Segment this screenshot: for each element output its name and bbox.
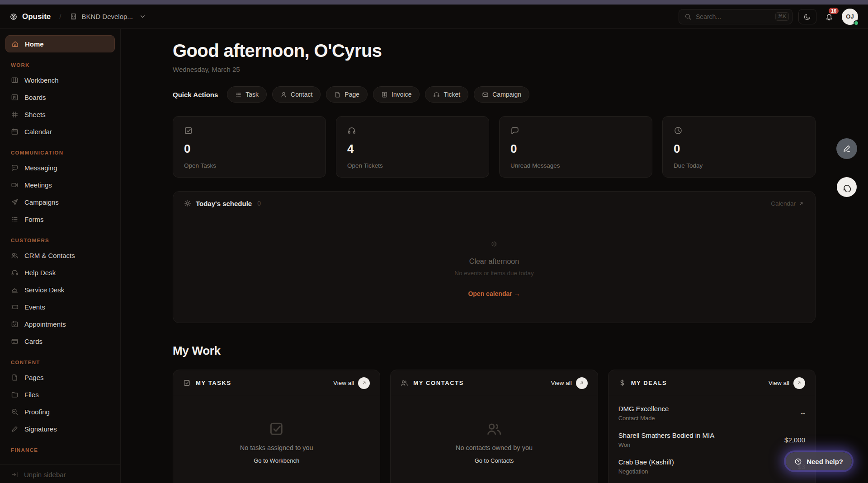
quick-action-contact[interactable]: Contact xyxy=(272,86,321,103)
topbar: Opusite / BKND Develop... ⌘K 16 OJ xyxy=(0,5,868,29)
unpin-sidebar-button[interactable]: Unpin sidebar xyxy=(11,471,109,478)
open-calendar-link[interactable]: Open calendar → xyxy=(468,290,520,297)
chat-button[interactable] xyxy=(837,177,857,197)
view-all-link[interactable]: View all xyxy=(333,377,370,389)
empty-state-title: Clear afternoon xyxy=(469,258,519,266)
headset-icon xyxy=(347,126,356,135)
sidebar-item-label: Proofing xyxy=(24,408,50,416)
sidebar-item-label: Boards xyxy=(24,94,46,101)
quick-action-campaign[interactable]: Campaign xyxy=(474,86,529,103)
sidebar-item-pages[interactable]: Pages xyxy=(5,369,115,386)
page-title: Good afternoon, O'Cyrus xyxy=(173,41,816,61)
deal-row[interactable]: Crab Bae (Kashiff) Negotiation $3 xyxy=(618,453,805,480)
need-help-label: Need help? xyxy=(807,458,843,465)
unpin-label: Unpin sidebar xyxy=(24,471,66,478)
schedule-title: Today's schedule xyxy=(196,200,252,207)
my-contacts-card: MY CONTACTS View all No contacts owned b… xyxy=(390,370,598,483)
sidebar-item-files[interactable]: Files xyxy=(5,386,115,403)
theme-toggle-button[interactable] xyxy=(798,9,816,24)
sidebar-item-label: Pages xyxy=(24,374,44,381)
avatar[interactable]: OJ xyxy=(842,9,858,25)
opusite-logo-icon xyxy=(10,13,17,20)
empty-state-text: No contacts owned by you xyxy=(456,444,533,451)
my-tasks-card: MY TASKS View all No tasks assigned to y… xyxy=(173,370,380,483)
message-icon xyxy=(510,126,519,135)
view-all-link[interactable]: View all xyxy=(769,377,805,389)
sidebar-item-campaigns[interactable]: Campaigns xyxy=(5,193,115,211)
sidebar-item-service-desk[interactable]: Service Desk xyxy=(5,281,115,298)
sidebar-item-label: Appointments xyxy=(24,320,66,328)
sidebar-item-sheets[interactable]: Sheets xyxy=(5,106,115,123)
deal-name: DMG Excellence xyxy=(618,405,669,413)
sidebar-item-events[interactable]: Events xyxy=(5,298,115,315)
brand-name: Opusite xyxy=(22,12,51,21)
todays-schedule-panel: Today's schedule 0 Calendar Clear aftern… xyxy=(173,191,816,323)
deal-value: $2,000 xyxy=(784,436,805,444)
sidebar-item-meetings[interactable]: Meetings xyxy=(5,176,115,193)
view-all-button[interactable] xyxy=(793,377,805,389)
sidebar-item-signatures[interactable]: Signatures xyxy=(5,420,115,437)
quick-action-ticket[interactable]: Ticket xyxy=(425,86,468,103)
sidebar-item-crm-contacts[interactable]: CRM & Contacts xyxy=(5,247,115,264)
sidebar-item-calendar[interactable]: Calendar xyxy=(5,123,115,140)
deal-row[interactable]: DMG Excellence Contact Made -- xyxy=(618,400,805,427)
go-to-workbench-link[interactable]: Go to Workbench xyxy=(254,457,299,464)
empty-state-text: No tasks assigned to you xyxy=(240,444,313,451)
search-box[interactable]: ⌘K xyxy=(679,9,793,24)
compose-button[interactable] xyxy=(836,138,857,159)
sidebar-item-messaging[interactable]: Messaging xyxy=(5,159,115,176)
task-check-icon xyxy=(184,126,193,135)
calendar-link[interactable]: Calendar xyxy=(771,200,804,207)
collapse-icon xyxy=(11,471,19,478)
headset-icon xyxy=(433,91,440,98)
sun-icon xyxy=(491,240,498,248)
stat-open-tasks[interactable]: 0 Open Tasks xyxy=(173,116,326,178)
quick-action-invoice[interactable]: Invoice xyxy=(373,86,420,103)
arrow-up-right-icon xyxy=(796,380,802,386)
sidebar-item-appointments[interactable]: Appointments xyxy=(5,315,115,333)
notifications-button[interactable]: 16 xyxy=(825,13,833,21)
sidebar-item-forms[interactable]: Forms xyxy=(5,211,115,228)
sidebar-item-workbench[interactable]: Workbench xyxy=(5,71,115,89)
sidebar-item-boards[interactable]: Boards xyxy=(5,89,115,106)
view-all-button[interactable] xyxy=(576,377,588,389)
sun-icon xyxy=(184,200,191,207)
main-content: Good afternoon, O'Cyrus Wednesday, March… xyxy=(121,29,868,483)
sidebar-item-label: Files xyxy=(24,391,39,399)
view-all-button[interactable] xyxy=(358,377,370,389)
sidebar-item-label: Cards xyxy=(24,338,42,345)
sidebar-item-home[interactable]: Home xyxy=(5,35,115,52)
avatar-initials: OJ xyxy=(846,13,854,20)
search-input[interactable] xyxy=(696,13,771,20)
workbench-icon xyxy=(11,76,19,84)
sidebar-item-label: Help Desk xyxy=(24,269,56,277)
moon-icon xyxy=(804,13,811,20)
deal-row[interactable]: Sharell Smathers Bodied in MIA Won $2,00… xyxy=(618,427,805,453)
stat-unread-messages[interactable]: 0 Unread Messages xyxy=(499,116,652,178)
sidebar-item-help-desk[interactable]: Help Desk xyxy=(5,264,115,281)
arrow-up-right-icon xyxy=(361,380,367,386)
stat-label: Unread Messages xyxy=(510,162,641,169)
task-check-icon xyxy=(269,421,285,437)
workspace-name: BKND Develop... xyxy=(81,13,132,20)
video-icon xyxy=(11,181,19,189)
view-all-link[interactable]: View all xyxy=(551,377,587,389)
file-icon xyxy=(11,374,19,381)
sidebar-item-label: Messaging xyxy=(24,164,57,172)
go-to-contacts-link[interactable]: Go to Contacts xyxy=(475,457,514,464)
need-help-button[interactable]: Need help? xyxy=(786,452,852,470)
stat-due-today[interactable]: 0 Due Today xyxy=(662,116,816,178)
sidebar-item-cards[interactable]: Cards xyxy=(5,333,115,350)
sidebar-item-label: Service Desk xyxy=(24,286,64,294)
sidebar-item-proofing[interactable]: Proofing xyxy=(5,403,115,420)
service-bell-icon xyxy=(11,286,19,294)
quick-action-task[interactable]: Task xyxy=(227,86,267,103)
chat-icon xyxy=(11,164,19,172)
file-icon xyxy=(334,91,341,98)
quick-actions: Quick Actions Task Contact Page Invoice … xyxy=(173,86,816,103)
quick-action-page[interactable]: Page xyxy=(326,86,368,103)
sidebar-item-label: Meetings xyxy=(24,181,52,189)
workspace-switcher[interactable]: BKND Develop... xyxy=(70,13,146,20)
stat-open-tickets[interactable]: 4 Open Tickets xyxy=(336,116,489,178)
pen-icon xyxy=(11,425,19,433)
